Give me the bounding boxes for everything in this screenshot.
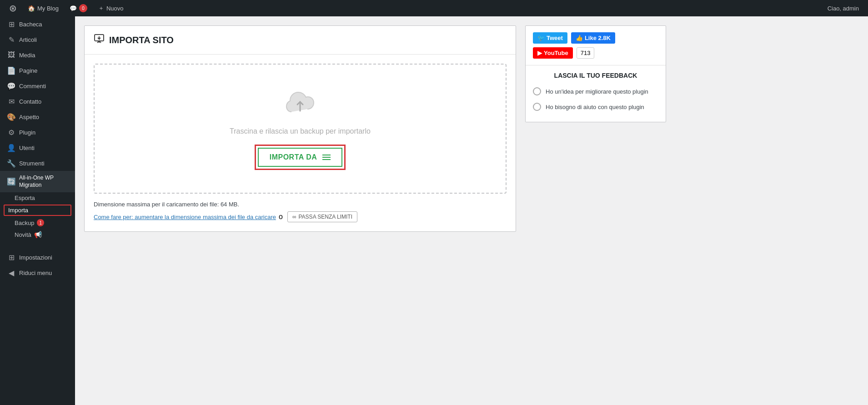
sidebar-item-riduci[interactable]: ◀ Riduci menu [0, 265, 75, 280]
sidebar-item-contatto[interactable]: ✉ Contatto [0, 94, 75, 109]
sidebar-item-articoli[interactable]: ✎ Articoli [0, 32, 75, 47]
new-item[interactable]: ＋ Nuovo [94, 0, 128, 16]
feedback-option-1[interactable]: Ho un'idea per migliorare questo plugin [526, 84, 666, 99]
yt-count: 713 [577, 47, 595, 59]
drop-zone[interactable]: Trascina e rilascia un backup per import… [94, 64, 507, 194]
impostazioni-label: Impostazioni [19, 254, 52, 261]
sidebar-label-utenti: Utenti [19, 145, 35, 151]
youtube-button[interactable]: ▶ YouTube [533, 47, 573, 59]
panel-title-icon [94, 33, 105, 47]
bacheca-icon: ⊞ [7, 20, 15, 28]
plugin-icon: ⚙ [7, 128, 15, 136]
impostazioni-icon: ⊞ [7, 253, 15, 261]
comment-count: 0 [79, 4, 87, 12]
sub-item-esporta[interactable]: Esporta [0, 192, 75, 204]
like-button[interactable]: 👍 Like 2.8K [571, 32, 615, 44]
infinity-icon: ∞ [292, 214, 296, 220]
social-bar: 🐦 Tweet 👍 Like 2.8K ▶ YouTube 713 [526, 26, 666, 65]
or-text: o [279, 213, 283, 221]
sidebar-item-commenti[interactable]: 💬 Commenti [0, 78, 75, 94]
feedback-option-1-label: Ho un'idea per migliorare questo plugin [546, 88, 648, 95]
strumenti-icon: 🔧 [7, 159, 15, 167]
comments-item[interactable]: 💬 0 [65, 0, 92, 16]
feedback-option-2[interactable]: Ho bisogno di aiuto con questo plugin [526, 99, 666, 115]
importa-da-button[interactable]: IMPORTA DA [258, 148, 343, 167]
pagine-icon: 📄 [7, 66, 15, 75]
sidebar-label-pagine: Pagine [19, 67, 37, 74]
novita-icon: 📢 [34, 231, 42, 238]
plus-icon: ＋ [98, 4, 104, 12]
sub-item-novita[interactable]: Novità 📢 [0, 229, 75, 240]
commenti-icon: 💬 [7, 82, 15, 90]
side-panel: 🐦 Tweet 👍 Like 2.8K ▶ YouTube 713 LASCIA… [525, 25, 666, 122]
wp-logo-icon: ⊛ [9, 3, 17, 14]
site-name: My Blog [37, 5, 59, 12]
home-icon: 🏠 [28, 5, 35, 12]
main-content: IMPORTA SITO Trascina e rilascia un back… [75, 16, 868, 405]
info-text: Dimensione massima per il caricamento de… [94, 201, 507, 208]
youtube-icon: ▶ [537, 50, 542, 56]
panel-title-text: IMPORTA SITO [109, 35, 174, 45]
facebook-icon: 👍 [576, 35, 583, 41]
sidebar-item-aspetto[interactable]: 🎨 Aspetto [0, 109, 75, 125]
panel-body: Trascina e rilascia un backup per import… [85, 55, 516, 231]
sidebar-item-media[interactable]: 🖼 Media [0, 47, 75, 63]
novita-label: Novità [15, 231, 31, 238]
sidebar-label-commenti: Commenti [19, 83, 46, 90]
sidebar-label-bacheca: Bacheca [19, 21, 42, 28]
passa-senza-limiti-button[interactable]: ∞ PASSA SENZA LIMITI [287, 211, 357, 222]
radio-1[interactable] [533, 87, 541, 95]
yt-label: YouTube [544, 50, 568, 56]
importa-btn-wrapper: IMPORTA DA [255, 145, 346, 170]
menu-lines-icon [322, 155, 331, 160]
tweet-button[interactable]: 🐦 Tweet [533, 32, 567, 44]
drop-text: Trascina e rilascia un backup per import… [230, 127, 371, 135]
sidebar-label-media: Media [19, 52, 35, 59]
backup-badge: 1 [37, 219, 44, 226]
panel-title: IMPORTA SITO [85, 26, 516, 55]
sidebar-item-strumenti[interactable]: 🔧 Strumenti [0, 155, 75, 171]
sidebar-item-pagine[interactable]: 📄 Pagine [0, 63, 75, 78]
sidebar-item-plugin[interactable]: ⚙ Plugin [0, 125, 75, 140]
comment-icon: 💬 [70, 5, 77, 12]
aspetto-icon: 🎨 [7, 113, 15, 121]
link-row: Come fare per: aumentare la dimensione m… [94, 211, 507, 222]
radio-2[interactable] [533, 103, 541, 111]
backup-label: Backup [15, 220, 34, 226]
site-name-item[interactable]: 🏠 My Blog [23, 0, 63, 16]
sidebar-label-articoli: Articoli [19, 36, 37, 43]
importa-label: Importa [8, 207, 28, 214]
upload-icon [286, 92, 315, 122]
sidebar-item-bacheca[interactable]: ⊞ Bacheca [0, 16, 75, 32]
like-label: Like 2.8K [585, 35, 611, 41]
feedback-option-2-label: Ho bisogno di aiuto con questo plugin [546, 104, 644, 110]
aio-icon: 🔄 [7, 178, 15, 186]
sidebar-item-utenti[interactable]: 👤 Utenti [0, 140, 75, 155]
feedback-title: LASCIA IL TUO FEEDBACK [526, 65, 666, 84]
importa-da-label: IMPORTA DA [270, 153, 317, 161]
admin-bar: ⊛ 🏠 My Blog 💬 0 ＋ Nuovo Ciao, admin [0, 0, 868, 16]
sidebar-label-aio: All-in-One WP Migration [19, 175, 70, 189]
contatto-icon: ✉ [7, 97, 15, 105]
riduci-icon: ◀ [7, 269, 15, 277]
wp-logo-item[interactable]: ⊛ [5, 0, 21, 16]
riduci-label: Riduci menu [19, 270, 52, 276]
new-label: Nuovo [106, 5, 124, 12]
sidebar-label-aspetto: Aspetto [19, 114, 39, 120]
sub-item-importa[interactable]: Importa [4, 205, 71, 216]
sidebar: ⊞ Bacheca ✎ Articoli 🖼 Media 📄 Pagine 💬 … [0, 16, 75, 405]
sidebar-label-plugin: Plugin [19, 129, 35, 136]
esporta-label: Esporta [15, 195, 35, 201]
media-icon: 🖼 [7, 51, 15, 59]
tweet-label: Tweet [547, 35, 563, 41]
articoli-icon: ✎ [7, 35, 15, 44]
sidebar-item-impostazioni[interactable]: ⊞ Impostazioni [0, 250, 75, 265]
sub-item-backup[interactable]: Backup 1 [0, 217, 75, 229]
user-greeting[interactable]: Ciao, admin [823, 0, 863, 16]
sidebar-label-contatto: Contatto [19, 98, 41, 105]
increase-limit-link[interactable]: Come fare per: aumentare la dimensione m… [94, 214, 276, 220]
importa-sito-panel: IMPORTA SITO Trascina e rilascia un back… [84, 25, 516, 232]
twitter-icon: 🐦 [537, 35, 545, 41]
sidebar-item-aio[interactable]: 🔄 All-in-One WP Migration [0, 171, 75, 192]
utenti-icon: 👤 [7, 144, 15, 152]
